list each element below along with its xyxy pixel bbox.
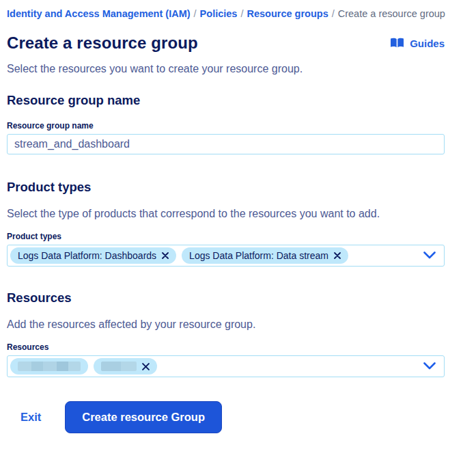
redacted-text: [18, 362, 81, 371]
tag-data-stream: Logs Data Platform: Data stream: [182, 247, 348, 264]
resources-description: Add the resources affected by your resou…: [7, 318, 445, 331]
breadcrumb-link-policies[interactable]: Policies: [200, 8, 238, 19]
exit-link[interactable]: Exit: [20, 411, 41, 424]
product-types-label: Product types: [7, 232, 445, 241]
footer-actions: Exit Create resource Group: [7, 401, 445, 433]
resources-label: Resources: [7, 342, 445, 352]
tag-redacted-resource: [10, 358, 88, 375]
tag-label: Logs Data Platform: Data stream: [189, 251, 328, 260]
page-header: Create a resource group Guides: [7, 33, 445, 53]
chevron-down-icon[interactable]: [423, 249, 436, 262]
create-resource-group-button[interactable]: Create resource Group: [65, 401, 222, 433]
tag-redacted-resource: [94, 358, 157, 375]
breadcrumb-separator: /: [194, 8, 197, 19]
redacted-text: [101, 362, 137, 371]
resource-group-name-input[interactable]: [7, 134, 445, 154]
product-types-tags: Logs Data Platform: Dashboards Logs Data…: [10, 247, 423, 264]
close-icon[interactable]: [334, 252, 341, 259]
create-resource-group-page: Identity and Access Management (IAM)/Pol…: [0, 0, 476, 449]
product-types-select[interactable]: Logs Data Platform: Dashboards Logs Data…: [7, 245, 445, 267]
breadcrumb-separator: /: [332, 8, 335, 19]
tag-dashboards: Logs Data Platform: Dashboards: [10, 247, 176, 264]
section-heading-product-types: Product types: [7, 180, 445, 195]
close-icon[interactable]: [162, 252, 169, 259]
resource-group-name-label: Resource group name: [7, 121, 445, 131]
book-icon: [391, 38, 404, 49]
breadcrumb-separator: /: [240, 8, 243, 19]
breadcrumb-link-resource-groups[interactable]: Resource groups: [247, 8, 328, 19]
breadcrumb-current: Create a resource group: [338, 8, 445, 19]
page-title: Create a resource group: [7, 33, 198, 53]
guides-label: Guides: [410, 38, 445, 49]
breadcrumb: Identity and Access Management (IAM)/Pol…: [7, 8, 445, 20]
close-icon[interactable]: [142, 363, 150, 370]
resources-tags: [10, 358, 423, 375]
guides-link[interactable]: Guides: [391, 38, 445, 49]
chevron-down-icon[interactable]: [423, 360, 436, 372]
page-subtitle: Select the resources you want to create …: [7, 63, 445, 75]
tag-label: Logs Data Platform: Dashboards: [18, 251, 156, 260]
spacer: [7, 267, 445, 290]
spacer: [7, 154, 445, 180]
section-heading-resources: Resources: [7, 290, 445, 305]
breadcrumb-link-iam[interactable]: Identity and Access Management (IAM): [7, 8, 191, 19]
product-types-description: Select the type of products that corresp…: [7, 208, 445, 220]
resources-select[interactable]: [7, 355, 445, 377]
section-heading-resource-group-name: Resource group name: [7, 93, 445, 108]
